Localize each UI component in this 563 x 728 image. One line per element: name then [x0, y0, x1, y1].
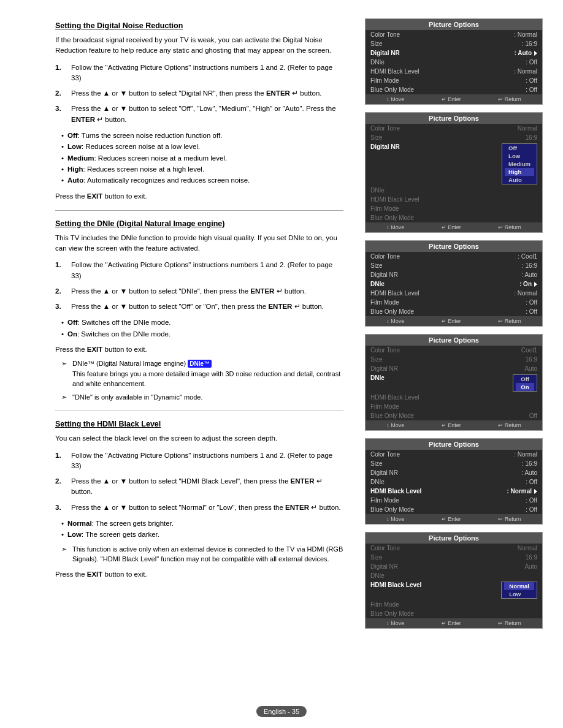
step-num-dnie-1: 1.: [55, 260, 67, 281]
footer-enter-2: ↵ Enter: [442, 224, 461, 230]
panel-4: Picture Options Color ToneCool1 Size16:9…: [365, 334, 543, 431]
page: Setting the Digital Noise Reduction If t…: [0, 0, 563, 728]
panel-1-row-colortone: Color Tone: Normal: [366, 30, 542, 39]
step-dnr-3: 3. Press the ▲ or ▼ button to select "Of…: [55, 104, 343, 125]
bullet-hdmi-normal: Normal: The screen gets brighter.: [61, 518, 343, 529]
panel-2-rows: Color ToneNormal Size16:9 Digital NR Off…: [366, 124, 542, 222]
panel-1-title: Picture Options: [366, 19, 542, 30]
section-title-hdmi: Setting the HDMI Black Level: [55, 420, 343, 428]
panel-3-row-film: Film Mode: Off: [366, 298, 542, 307]
divider-1: [55, 210, 343, 211]
bullet-dnr-high: High: Reduces screen noise at a high lev…: [61, 164, 343, 175]
panel-6-row-colortone: Color ToneNormal: [366, 544, 542, 553]
panel-2-row-size: Size16:9: [366, 133, 542, 142]
panel-6-row-blueonly: Blue Only Mode: [366, 609, 542, 618]
panel-5-row-blueonly: Blue Only Mode: Off: [366, 505, 542, 514]
dd-item-medium: Medium: [505, 160, 534, 168]
note-text-dnie-1: DNIe™ (Digital Natural Image engine) DNI…: [72, 358, 343, 389]
step-content-dnr-1: Follow the "Activating Picture Options" …: [71, 63, 343, 84]
section-title-dnie: Setting the DNIe (Digital Natural Image …: [55, 219, 343, 228]
step-dnie-3: 3. Press the ▲ or ▼ button to select "Of…: [55, 301, 343, 312]
panel-1: Picture Options Color Tone: Normal Size:…: [365, 18, 543, 105]
step-hdmi-1: 1. Follow the "Activating Picture Option…: [55, 450, 343, 472]
footer-return-5: ↩ Return: [498, 516, 521, 522]
footer-enter-5: ↵ Enter: [442, 516, 461, 522]
step-num-dnr-2: 2.: [55, 88, 67, 99]
dd4-item-on: On: [516, 383, 534, 391]
panel-4-footer: ↕ Move ↵ Enter ↩ Return: [366, 420, 542, 430]
step-dnie-2: 2. Press the ▲ or ▼ button to select "DN…: [55, 286, 343, 297]
panel-6-row-digitalnr: Digital NRAuto: [366, 562, 542, 571]
panel-4-title: Picture Options: [366, 335, 542, 346]
arrow-right-icon-5: [534, 489, 537, 494]
step-content-dnie-3: Press the ▲ or ▼ button to select "Off" …: [71, 301, 343, 312]
panel-4-row-dnie: DNIe Off On: [366, 373, 542, 393]
exit-note-hdmi: Press the EXIT button to exit.: [55, 569, 343, 580]
panel-3-row-colortone: Color Tone: Cool1: [366, 252, 542, 261]
arrow-icon-dnie-1: ➣: [61, 358, 70, 389]
panel-6-footer: ↕ Move ↵ Enter ↩ Return: [366, 618, 542, 628]
panel-1-rows: Color Tone: Normal Size: 16:9 Digital NR…: [366, 30, 542, 94]
bullet-dnr-off: Off: Turns the screen noise reduction fu…: [61, 130, 343, 141]
step-content-hdmi-3: Press the ▲ or ▼ button to select "Norma…: [71, 502, 343, 513]
step-num-dnie-2: 2.: [55, 286, 67, 297]
bullet-hdmi-low: Low: The screen gets darker.: [61, 529, 343, 540]
footer-return-2: ↩ Return: [498, 224, 521, 230]
step-dnie-1: 1. Follow the "Activating Picture Option…: [55, 260, 343, 281]
section-intro-hdmi: You can select the black level on the sc…: [55, 433, 343, 444]
panel-3-row-hdmibl: HDMI Black Level: Normal: [366, 289, 542, 298]
panel-5-title: Picture Options: [366, 439, 542, 450]
footer-move-2: ↕ Move: [386, 224, 404, 230]
bullet-dnie-off: Off: Switches off the DNIe mode.: [61, 317, 343, 328]
panel-6: Picture Options Color ToneNormal Size16:…: [365, 532, 543, 629]
footer-move-6: ↕ Move: [386, 620, 404, 626]
panel-2-row-digitalnr: Digital NR Off Low Medium High Auto: [366, 142, 542, 186]
panel-4-dropdown: Off On: [513, 374, 537, 392]
panel-6-rows: Color ToneNormal Size16:9 Digital NRAuto…: [366, 544, 542, 618]
panel-5-row-size: Size: 16:9: [366, 459, 542, 468]
arrow-right-icon-3: [534, 282, 537, 287]
footer-move-1: ↕ Move: [386, 96, 404, 102]
panel-5-row-digitalnr: Digital NR: Auto: [366, 468, 542, 477]
panel-3-row-blueonly: Blue Only Mode: Off: [366, 307, 542, 316]
bullet-dnie-on: On: Switches on the DNIe mode.: [61, 328, 343, 339]
panel-4-row-size: Size16:9: [366, 355, 542, 364]
panel-6-title: Picture Options: [366, 533, 542, 544]
footer-return-6: ↩ Return: [498, 620, 521, 626]
panel-1-footer: ↕ Move ↵ Enter ↩ Return: [366, 94, 542, 104]
step-num-hdmi-3: 3.: [55, 502, 67, 513]
panel-5-row-colortone: Color Tone: Normal: [366, 450, 542, 459]
dd-item-off: Off: [505, 144, 534, 152]
panel-2-row-blueonly: Blue Only Mode: [366, 213, 542, 222]
bullet-dnr-low: Low: Reduces screen noise at a low level…: [61, 141, 343, 152]
footer-enter-1: ↵ Enter: [442, 96, 461, 102]
left-column: Setting the Digital Noise Reduction If t…: [0, 12, 356, 716]
panel-2-row-film: Film Mode: [366, 204, 542, 213]
bullet-list-hdmi: Normal: The screen gets brighter. Low: T…: [61, 518, 343, 540]
exit-note-dnr: Press the EXIT button to exit.: [55, 191, 343, 202]
dd4-item-off: Off: [516, 375, 534, 383]
panel-3-title: Picture Options: [366, 241, 542, 252]
bullet-list-dnr: Off: Turns the screen noise reduction fu…: [61, 130, 343, 186]
panel-3-rows: Color Tone: Cool1 Size: 16:9 Digital NR:…: [366, 252, 542, 316]
footer-move-5: ↕ Move: [386, 516, 404, 522]
bullet-dnr-auto: Auto: Automatically recognizes and reduc…: [61, 175, 343, 186]
note-hdmi: ➣ This function is active only when an e…: [55, 544, 343, 564]
step-content-dnr-2: Press the ▲ or ▼ button to select "Digit…: [71, 88, 343, 99]
step-content-dnie-2: Press the ▲ or ▼ button to select "DNIe"…: [71, 286, 343, 297]
step-content-hdmi-2: Press the ▲ or ▼ button to select "HDMI …: [71, 476, 343, 498]
panel-6-row-hdmibl: HDMI Black Level Normal Low: [366, 580, 542, 600]
step-num-dnr-3: 3.: [55, 104, 67, 125]
step-dnr-2: 2. Press the ▲ or ▼ button to select "Di…: [55, 88, 343, 99]
panel-3: Picture Options Color Tone: Cool1 Size: …: [365, 240, 543, 327]
section-intro-dnr: If the broadcast signal received by your…: [55, 35, 343, 56]
panel-5-row-hdmibl: HDMI Black Level: Normal: [366, 487, 542, 496]
panel-4-rows: Color ToneCool1 Size16:9 Digital NRAuto …: [366, 346, 542, 420]
panel-4-row-film: Film Mode: [366, 402, 542, 411]
footer-move-4: ↕ Move: [386, 422, 404, 428]
step-content-hdmi-1: Follow the "Activating Picture Options" …: [71, 450, 343, 472]
arrow-icon-dnie-2: ➣: [61, 392, 70, 403]
panel-6-row-film: Film Mode: [366, 600, 542, 609]
panel-1-row-blueonly: Blue Only Mode: Off: [366, 85, 542, 94]
panel-6-row-size: Size16:9: [366, 553, 542, 562]
